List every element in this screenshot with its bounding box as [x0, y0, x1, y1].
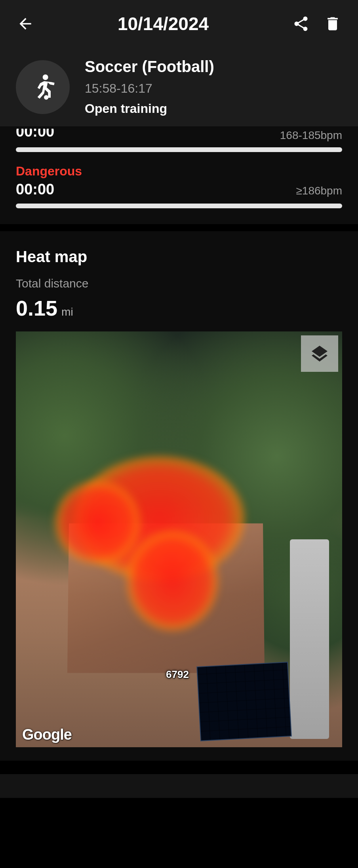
distance-value: 0.15 — [16, 296, 57, 320]
hr-zone-row: 00:00 168-185bpm — [16, 126, 342, 152]
zone-time: 00:00 — [16, 124, 54, 139]
back-button[interactable] — [14, 13, 36, 35]
arrow-left-icon — [17, 15, 34, 32]
activity-header: Soccer (Football) 15:58-16:17 Open train… — [0, 48, 358, 130]
hr-zone-row: 00:00 ≥186bpm — [16, 181, 342, 208]
activity-icon — [16, 60, 70, 114]
heatmap-map[interactable]: 6792 Google — [16, 331, 342, 747]
heat-blob — [55, 481, 140, 564]
map-solar-panels — [197, 662, 292, 741]
svg-point-1 — [44, 95, 48, 99]
activity-title: Soccer (Football) — [85, 58, 214, 76]
map-house-number: 6792 — [166, 668, 189, 681]
zone-bpm-range: 168-185bpm — [280, 129, 342, 142]
share-icon — [292, 15, 310, 32]
heatmap-section: Heat map Total distance 0.15 mi 6792 Goo… — [0, 231, 358, 761]
google-attribution: Google — [22, 726, 72, 743]
distance-unit: mi — [61, 306, 73, 318]
share-button[interactable] — [290, 13, 312, 35]
app-bar: 10/14/2024 — [0, 0, 358, 48]
zone-bpm-range: ≥186bpm — [296, 185, 342, 197]
delete-button[interactable] — [322, 13, 344, 35]
zone-label-dangerous: Dangerous — [16, 164, 342, 179]
zone-time: 00:00 — [16, 181, 54, 198]
page-title: 10/14/2024 — [118, 13, 209, 34]
layers-icon — [310, 344, 329, 363]
map-layers-button[interactable] — [301, 335, 338, 372]
zone-progress-bar — [16, 147, 342, 152]
heat-blob — [127, 531, 218, 631]
distance-label: Total distance — [16, 277, 342, 290]
hr-zones-section: 00:00 168-185bpm Dangerous 00:00 ≥186bpm — [0, 126, 358, 224]
svg-point-0 — [43, 74, 48, 80]
soccer-player-icon — [27, 71, 59, 103]
map-driveway — [290, 539, 329, 739]
activity-time-range: 15:58-16:17 — [85, 81, 214, 96]
heatmap-title: Heat map — [16, 248, 342, 266]
trash-icon — [324, 15, 341, 32]
footer-strip — [0, 774, 358, 798]
activity-training-type: Open training — [85, 101, 214, 116]
zone-progress-bar — [16, 204, 342, 208]
